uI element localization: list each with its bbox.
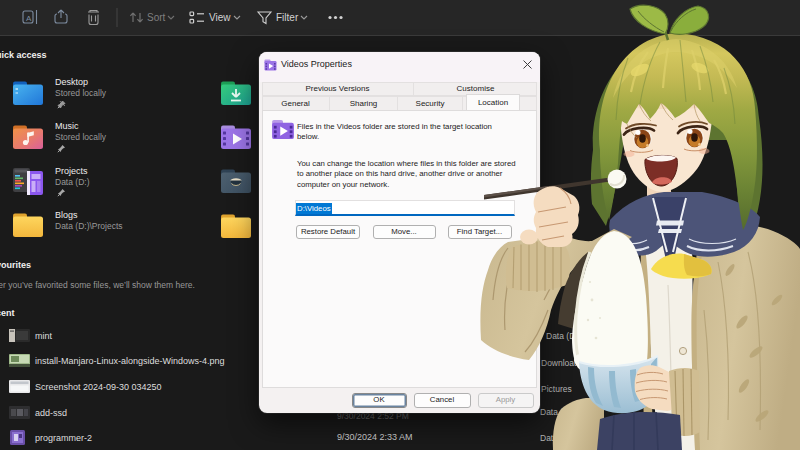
svg-text:Filter: Filter	[276, 12, 299, 23]
svg-text:Sort: Sort	[147, 12, 166, 23]
svg-text:A: A	[26, 14, 32, 23]
svg-text:View: View	[209, 12, 231, 23]
